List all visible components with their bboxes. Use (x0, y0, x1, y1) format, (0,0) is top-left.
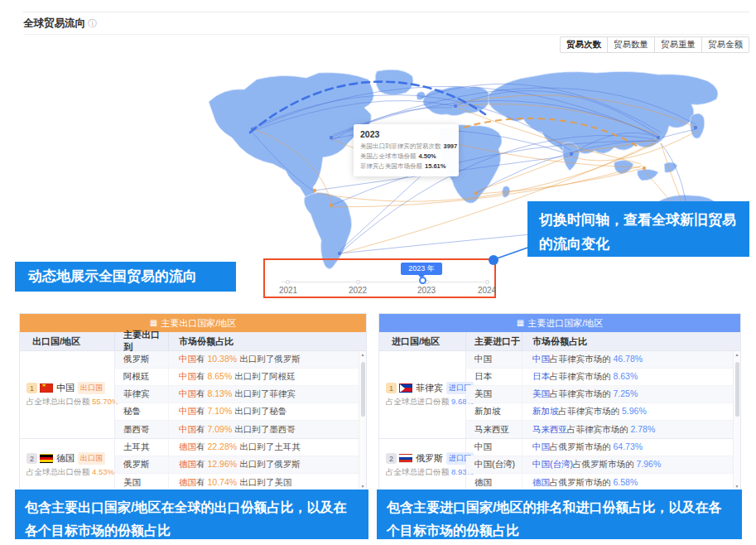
destination-country: 俄罗斯 (115, 351, 169, 368)
country-name: 德国 (56, 452, 75, 465)
page-title: 全球贸易流向ⓘ (23, 17, 97, 31)
table-row: 中国 中国占俄罗斯市场的64.73% (466, 439, 740, 456)
export-table-header: 出口国/地区 主要出口到 市场份额占比 (20, 332, 366, 351)
importer-group-russia: 2 俄罗斯 进口国 占全球总进口份额8.93% 中国 中国占俄罗斯市场的64.7… (379, 438, 740, 490)
tab-trade-amount[interactable]: 贸易金额 (701, 36, 749, 53)
table-row: 俄罗斯 中国有10.38%出口到了俄罗斯 (115, 351, 366, 369)
timeline-tick-2021[interactable] (286, 280, 290, 284)
timeline-slider-handle[interactable] (419, 277, 426, 284)
table-row: 土耳其 德国有22.28%出口到了土耳其 (115, 439, 366, 456)
exporter-summary: 1 中国 出口国 占全球总出口份额55.70% (20, 351, 115, 438)
exporter-badge: 出口国 (78, 452, 105, 465)
source-country: 中国(台湾) (466, 456, 522, 473)
timeline-tick-2024[interactable] (485, 280, 489, 284)
table-row: 菲律宾 中国有8.13%出口到了菲律宾 (115, 386, 366, 403)
timeline-annotation-box: 2021 2022 2023 2024 2023 年 (263, 258, 496, 298)
annotation-import-table: 包含主要进口国家/地区的排名和进口份额占比，以及在各个目标市场的份额占比 (377, 490, 742, 539)
market-share-text: 德国有12.96%出口到了俄罗斯 (169, 459, 366, 470)
market-share-text: 中国占俄罗斯市场的64.73% (522, 441, 740, 453)
market-share-text: 德国有22.28%出口到了土耳其 (169, 441, 366, 453)
scroll-down-icon[interactable]: ▼ (735, 485, 739, 489)
tooltip-line: 美国占全球市场份额4.50% (360, 152, 452, 162)
column-header: 市场份额占比 (169, 332, 366, 350)
timeline-year-label[interactable]: 2024 (469, 286, 505, 295)
source-country: 德国 (466, 474, 522, 490)
scroll-up-icon[interactable]: ▲ (361, 353, 365, 357)
country-name: 俄罗斯 (416, 452, 443, 465)
importer-summary: 2 俄罗斯 进口国 占全球总进口份额8.93% (379, 439, 466, 490)
table-row: 美国 德国有10.74%出口到了美国 (115, 474, 366, 490)
market-share-text: 美国占菲律宾市场的7.25% (522, 388, 740, 400)
source-country: 美国 (466, 386, 522, 403)
market-share-text: 德国有10.74%出口到了美国 (169, 477, 366, 489)
destination-country: 土耳其 (115, 439, 169, 456)
table-row: 美国 美国占菲律宾市场的7.25% (466, 386, 740, 403)
exporter-group-germany: 2 德国 出口国 占全球总出口份额4.53% 土耳其 德国有22.28%出口到了… (20, 438, 366, 490)
timeline-tick-2022[interactable] (356, 280, 360, 284)
column-header: 出口国/地区 (20, 332, 115, 350)
timeline-track[interactable] (282, 282, 484, 282)
import-table-scrollbar[interactable]: ▲▼ (733, 351, 740, 490)
market-share-text: 中国有10.38%出口到了俄罗斯 (169, 354, 366, 365)
source-country: 中国 (466, 439, 522, 456)
import-table-banner: ▦主要进口国家/地区 (379, 314, 740, 332)
tab-trade-weight[interactable]: 贸易重量 (654, 36, 702, 53)
market-share-text: 中国占菲律宾市场的46.78% (522, 354, 740, 365)
market-share-text: 中国(台湾)占俄罗斯市场的7.96% (522, 459, 740, 470)
source-country: 马来西亚 (466, 421, 522, 438)
table-row: 新加坡 新加坡占菲律宾市场的5.96% (466, 403, 740, 421)
germany-flag-icon (40, 454, 53, 463)
destination-country: 俄罗斯 (115, 456, 169, 473)
source-country: 日本 (466, 369, 522, 385)
destination-country: 秘鲁 (115, 403, 169, 420)
table-row: 日本 日本占菲律宾市场的8.63% (466, 369, 740, 386)
table-row: 俄罗斯 德国有12.96%出口到了俄罗斯 (115, 456, 366, 474)
destination-country: 美国 (115, 474, 169, 490)
tab-trade-quantity[interactable]: 贸易数量 (607, 36, 655, 53)
market-share-text: 中国有8.65%出口到了阿根廷 (169, 371, 366, 383)
scrollbar-thumb[interactable] (361, 362, 365, 417)
source-country: 中国 (466, 351, 522, 368)
table-row: 中国 中国占菲律宾市场的46.78% (466, 351, 740, 369)
table-row: 德国 德国占俄罗斯市场的6.58% (466, 474, 740, 490)
country-name: 中国 (56, 382, 75, 394)
timeline-year-label[interactable]: 2022 (339, 286, 376, 295)
importer-group-philippines: 1 菲律宾 进口国 占全球总进口份额9.68% 中国 中国占菲律宾市场的46.7… (379, 351, 740, 438)
global-share-value: 4.53% (92, 467, 114, 476)
rank-badge: 1 (26, 383, 37, 393)
market-share-text: 新加坡占菲律宾市场的5.96% (522, 406, 740, 417)
table-icon: ▦ (150, 319, 157, 327)
market-share-text: 中国有7.09%出口到了墨西哥 (169, 424, 366, 436)
metric-tab-group: 贸易次数 贸易数量 贸易重量 贸易金额 (561, 36, 749, 53)
trade-flow-panel: 全球贸易流向ⓘ 贸易次数 贸易数量 贸易重量 贸易金额 (0, 0, 756, 545)
timeline-year-label[interactable]: 2023 (408, 286, 445, 295)
scroll-up-icon[interactable]: ▲ (735, 353, 739, 357)
rank-badge: 2 (26, 453, 37, 464)
china-flag-icon (40, 383, 53, 393)
import-table-body: 1 菲律宾 进口国 占全球总进口份额9.68% 中国 中国占菲律宾市场的46.7… (379, 351, 740, 490)
table-row: 中国(台湾) 中国(台湾)占俄罗斯市场的7.96% (466, 456, 740, 474)
table-row: 马来西亚 马来西亚占菲律宾市场的2.78% (466, 421, 740, 438)
destination-country: 墨西哥 (115, 421, 169, 438)
export-table-banner: ▦主要出口国家/地区 (20, 314, 366, 332)
annotation-timeline: 切换时间轴，查看全球新旧贸易的流向变化 (527, 201, 749, 257)
scroll-down-icon[interactable]: ▼ (361, 485, 365, 489)
timeline-year-label[interactable]: 2021 (270, 286, 306, 295)
tooltip-line: 菲律宾占美国市场份额15.61% (360, 162, 452, 171)
annotation-map-flow: 动态地展示全国贸易的流向 (15, 262, 236, 292)
table-row: 秘鲁 中国有7.10%出口到了秘鲁 (115, 403, 366, 421)
exporter-group-china: 1 中国 出口国 占全球总出口份额55.70% 俄罗斯 中国有10.38%出口到… (20, 351, 366, 438)
market-share-text: 德国占俄罗斯市场的6.58% (522, 477, 740, 489)
export-table-body: 1 中国 出口国 占全球总出口份额55.70% 俄罗斯 中国有10.38%出口到… (20, 351, 366, 490)
tab-trade-count[interactable]: 贸易次数 (560, 36, 608, 53)
export-countries-table: ▦主要出口国家/地区 出口国/地区 主要出口到 市场份额占比 1 中国 出口国 … (19, 313, 367, 491)
scrollbar-thumb[interactable] (735, 362, 739, 417)
info-icon[interactable]: ⓘ (88, 18, 97, 28)
table-row: 阿根廷 中国有8.65%出口到了阿根廷 (115, 369, 366, 386)
timeline-selected-year-tooltip: 2023 年 (401, 263, 442, 275)
market-share-text: 中国有8.13%出口到了菲律宾 (169, 388, 366, 400)
country-name: 菲律宾 (416, 382, 443, 394)
import-table-header: 进口国/地区 主要进口于 市场份额占比 (379, 332, 740, 351)
export-table-scrollbar[interactable]: ▲▼ (359, 351, 366, 490)
title-divider (23, 34, 749, 35)
